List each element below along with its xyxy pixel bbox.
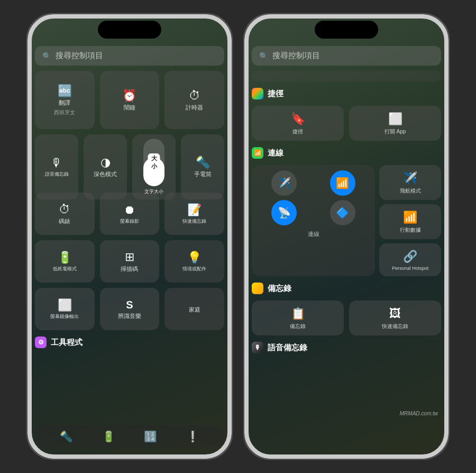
dark-mode-tile[interactable]: ◑ 深色模式 xyxy=(84,134,127,199)
left-scroll-area: 🔤 翻譯 西班牙文 ⏰ 鬧鐘 ⏱ 計時器 🎙 語音備忘錄 xyxy=(35,71,224,420)
flashlight-icon: 🔦 xyxy=(196,157,210,168)
airplane-mode-tile[interactable]: ✈️ 飛航模式 xyxy=(379,165,441,200)
shortcuts-section-header: 捷徑 xyxy=(252,87,441,101)
dynamic-island-right xyxy=(315,21,378,39)
hotspot-label: Personal Hotspot xyxy=(392,266,428,271)
scan-code-label: 掃描碼 xyxy=(121,265,138,273)
tools-icon: ⚙ xyxy=(35,336,47,348)
cellular-tile[interactable]: 📶 行動數據 xyxy=(379,204,441,239)
cellular-icon: 📶 xyxy=(403,211,417,224)
cellular-label: 行動數據 xyxy=(400,226,421,234)
search-bar-right[interactable]: 🔍 搜尋控制項目 xyxy=(252,46,441,66)
shazam-icon: S xyxy=(126,299,133,310)
wifi-hotspot-btn[interactable]: 📶 xyxy=(330,170,355,196)
low-power-tile[interactable]: 🔋 低耗電模式 xyxy=(35,240,95,283)
quick-note-right-tile[interactable]: 🖼 快速備忘錄 xyxy=(349,301,441,335)
timer-icon: ⏱ xyxy=(189,90,200,102)
voice-memo-section-header: 🎙 語音備忘錄 xyxy=(252,341,441,354)
stopwatch-tile[interactable]: ⏱ 碼錶 xyxy=(35,193,95,235)
airplane-btn[interactable]: ✈️ xyxy=(271,170,297,196)
bottom-flashlight-icon[interactable]: 🔦 xyxy=(60,430,73,443)
flashlight-label: 手電筒 xyxy=(194,170,212,178)
shazam-tile[interactable]: S 辨識音樂 xyxy=(100,288,160,330)
screen-record-icon: ⏺ xyxy=(124,204,135,216)
hotspot-tile[interactable]: 🔗 Personal Hotspot xyxy=(379,243,441,276)
shortcuts-tile-icon: 🔖 xyxy=(291,112,305,126)
connect-section-header: 📶 連線 xyxy=(252,146,441,160)
home-tile[interactable]: 家庭 xyxy=(164,288,224,330)
timer-label: 計時器 xyxy=(186,104,203,112)
connect-tile-label-area: 連線 xyxy=(257,229,370,238)
bottom-battery-icon[interactable]: 🔋 xyxy=(102,430,115,443)
notes-section-header: 備忘錄 xyxy=(252,281,441,295)
connect-inner-grid: ✈️ 📶 📡 🔷 xyxy=(257,170,370,225)
wifi-btn[interactable]: 📡 xyxy=(271,200,297,225)
screen-record-label: 螢幕錄影 xyxy=(120,218,139,225)
airplane-mode-label: 飛航模式 xyxy=(400,187,421,195)
voice-memo-tile[interactable]: 🎙 語音備忘錄 xyxy=(35,134,78,199)
bluetooth-btn[interactable]: 🔷 xyxy=(330,200,355,225)
search-placeholder-left: 搜尋控制項目 xyxy=(56,51,103,61)
partial-tile-top xyxy=(252,71,441,81)
timer-tile[interactable]: ⏱ 計時器 xyxy=(164,71,224,129)
text-size-slider[interactable]: 大小 xyxy=(143,139,164,186)
notes-section-icon xyxy=(252,283,263,294)
mirror-tile[interactable]: ⬜ 螢幕鏡像輸出 xyxy=(35,288,95,330)
shortcuts-grid: 🔖 捷徑 ⬜ 打開 App xyxy=(252,106,441,141)
low-power-icon: 🔋 xyxy=(58,252,72,263)
dark-mode-icon: ◑ xyxy=(100,157,111,168)
notes-tile-label: 備忘錄 xyxy=(290,323,306,330)
connect-side-tiles: ✈️ 飛航模式 📶 行動數據 🔗 Personal Hotspot xyxy=(379,165,441,276)
quick-note-right-icon: 🖼 xyxy=(389,307,401,321)
shortcuts-tile[interactable]: 🔖 捷徑 xyxy=(252,106,344,141)
stopwatch-icon: ⏱ xyxy=(59,204,70,215)
bluetooth-cell[interactable]: 🔷 xyxy=(316,200,370,225)
tools-section-header: ⚙ 工具程式 xyxy=(35,335,224,349)
wifi-hotspot-cell[interactable]: 📶 xyxy=(316,170,370,196)
translate-tile[interactable]: 🔤 翻譯 西班牙文 xyxy=(35,71,95,129)
connect-block: ✈️ 📶 📡 🔷 連線 xyxy=(252,165,375,276)
quick-note-label: 快速備忘錄 xyxy=(182,218,206,225)
alarm-tile[interactable]: ⏰ 鬧鐘 xyxy=(100,71,160,129)
dynamic-island-left xyxy=(98,21,161,39)
flashlight-tile[interactable]: 🔦 手電筒 xyxy=(181,134,224,199)
notes-tile[interactable]: 📋 備忘錄 xyxy=(252,301,344,335)
quick-note-tile[interactable]: 📝 快速備忘錄 xyxy=(164,193,224,235)
scan-code-tile[interactable]: ⊞ 掃描碼 xyxy=(100,240,160,283)
airplane-mode-cell[interactable]: ✈️ xyxy=(257,170,312,196)
shortcuts-label: 捷徑 xyxy=(268,89,283,99)
connect-label: 連線 xyxy=(268,148,283,158)
open-app-icon: ⬜ xyxy=(388,112,402,126)
dark-mode-label: 深色模式 xyxy=(94,170,117,178)
wifi-cell[interactable]: 📡 xyxy=(257,200,312,225)
text-size-tile[interactable]: 大小 文字大小 xyxy=(132,134,176,199)
notes-label: 備忘錄 xyxy=(268,284,291,294)
search-bar-left[interactable]: 🔍 搜尋控制項目 xyxy=(35,46,224,66)
bottom-calc-icon[interactable]: 🔢 xyxy=(144,430,157,443)
quick-note-right-label: 快速備忘錄 xyxy=(382,323,408,330)
home-accessory-label: 情境或配件 xyxy=(182,266,206,272)
home-accessory-tile[interactable]: 💡 情境或配件 xyxy=(164,240,224,283)
bottom-bar-left: 🔦 🔋 🔢 ❕ xyxy=(35,425,224,448)
voice-memo-section-label: 語音備忘錄 xyxy=(268,343,307,353)
left-phone: 🔍 搜尋控制項目 🔤 翻譯 西班牙文 ⏰ 鬧鐘 ⏱ 計時器 xyxy=(26,13,233,460)
search-placeholder-right: 搜尋控制項目 xyxy=(272,51,320,61)
voice-memo-section-icon: 🎙 xyxy=(252,342,263,353)
notes-tile-icon: 📋 xyxy=(291,307,305,321)
hotspot-icon: 🔗 xyxy=(403,250,417,263)
open-app-tile[interactable]: ⬜ 打開 App xyxy=(349,106,441,141)
open-app-label: 打開 App xyxy=(385,128,406,135)
search-icon-right: 🔍 xyxy=(259,52,268,60)
home-label: 家庭 xyxy=(189,306,200,314)
home-light-icon: 💡 xyxy=(187,252,202,263)
alarm-icon: ⏰ xyxy=(122,90,136,102)
stopwatch-label: 碼錶 xyxy=(59,217,70,225)
shazam-label: 辨識音樂 xyxy=(118,312,141,320)
connect-main-grid: ✈️ 📶 📡 🔷 連線 xyxy=(252,165,441,276)
bottom-alert-icon[interactable]: ❕ xyxy=(186,430,199,443)
low-power-label: 低耗電模式 xyxy=(53,266,77,272)
translate-sublabel: 西班牙文 xyxy=(54,109,75,116)
text-size-label: 文字大小 xyxy=(144,188,163,195)
voice-memo-icon: 🎙 xyxy=(51,157,62,169)
alarm-label: 鬧鐘 xyxy=(124,104,135,112)
